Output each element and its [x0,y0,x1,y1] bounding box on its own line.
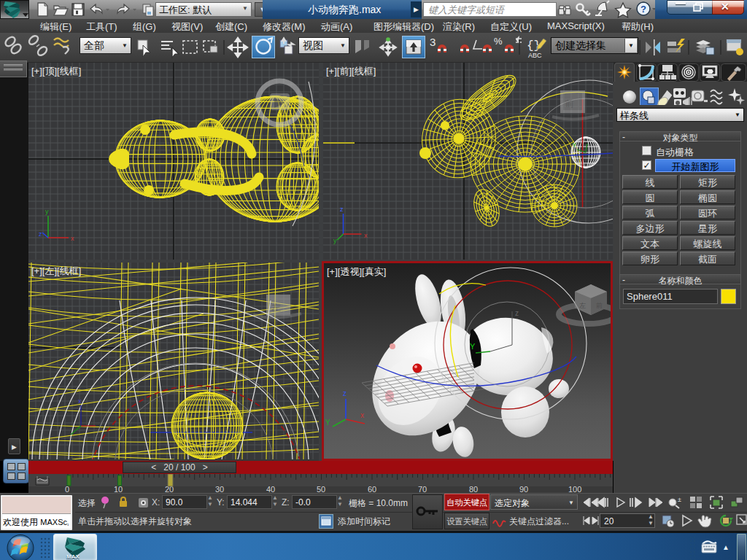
svg-text:50: 50 [317,485,325,493]
svg-text:左: 左 [271,302,281,313]
svg-text:3: 3 [430,36,436,48]
svg-text:0: 0 [65,485,69,493]
svg-text:±: ± [678,496,681,503]
svg-text:前: 前 [596,302,603,309]
svg-text:60: 60 [368,485,376,493]
svg-text:x: x [360,411,364,419]
svg-text:80: 80 [469,485,478,493]
svg-text:Y: Y [470,342,476,351]
svg-text:前: 前 [565,98,574,109]
svg-text:Y: Y [572,141,576,149]
svg-text:40: 40 [266,485,275,493]
svg-text:x: x [71,235,74,242]
svg-text:z: z [343,389,347,397]
svg-text:30: 30 [215,485,224,493]
svg-text:z: z [340,206,344,213]
svg-text:z: z [515,309,519,317]
svg-text:x: x [364,232,368,239]
svg-text:y: y [333,237,337,244]
svg-text:Y: Y [325,419,330,427]
svg-text:x: x [78,397,82,405]
svg-text:?: ? [640,4,646,15]
svg-text:%: % [494,36,503,47]
svg-text:100: 100 [568,485,581,493]
svg-text:90: 90 [519,485,528,493]
svg-text:70: 70 [418,485,427,493]
svg-text:z: z [39,230,42,238]
svg-text:ABC: ABC [528,52,542,59]
svg-text:10: 10 [114,485,123,493]
svg-text:y: y [45,208,49,215]
svg-text:左: 左 [579,302,586,309]
